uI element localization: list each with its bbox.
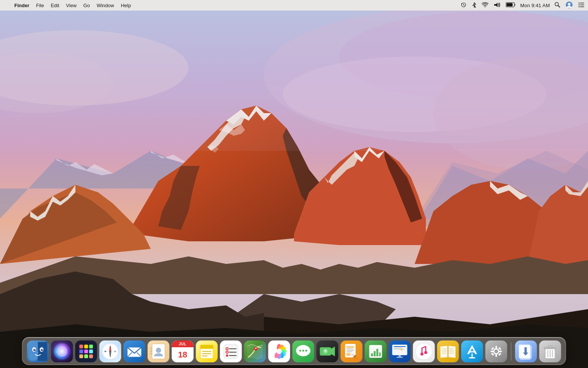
dock-icon-keynote[interactable]	[389, 340, 411, 362]
clock[interactable]: Mon 9:41 AM	[520, 3, 550, 8]
svg-rect-126	[351, 354, 354, 356]
svg-point-64	[37, 352, 38, 353]
help-menu[interactable]: Help	[118, 2, 134, 9]
svg-rect-145	[397, 357, 403, 358]
dock-icon-notes[interactable]	[196, 340, 218, 362]
dock-icon-photos[interactable]	[268, 340, 290, 362]
svg-rect-130	[371, 353, 373, 356]
menubar-right: Mon 9:41 AM	[460, 1, 585, 10]
svg-rect-140	[394, 346, 406, 347]
dock-icon-trash[interactable]	[539, 340, 561, 362]
dock-icon-numbers[interactable]	[365, 340, 387, 362]
svg-point-9	[568, 3, 571, 5]
svg-point-63	[42, 349, 43, 350]
file-menu[interactable]: File	[33, 2, 47, 9]
finder-menu[interactable]: Finder	[11, 2, 32, 9]
svg-rect-142	[394, 349, 404, 350]
dock-icon-siri[interactable]	[51, 340, 73, 362]
user-icon[interactable]	[565, 1, 574, 10]
svg-rect-4	[514, 4, 516, 6]
edit-menu[interactable]: Edit	[48, 2, 62, 9]
svg-rect-80	[151, 348, 152, 349]
dock-icon-safari[interactable]: N S E W	[100, 340, 121, 362]
svg-rect-124	[347, 351, 353, 352]
volume-icon[interactable]	[493, 2, 501, 9]
desktop[interactable]	[0, 0, 588, 368]
dock-icon-downloads[interactable]	[515, 340, 537, 362]
svg-text:W: W	[104, 350, 106, 353]
window-menu[interactable]: Window	[93, 2, 117, 9]
menubar: Finder File Edit View Go Window Help	[0, 0, 588, 11]
svg-point-162	[495, 350, 498, 353]
dock-icon-maps[interactable]	[244, 340, 266, 362]
dock-icon-itunes[interactable]	[413, 340, 435, 362]
svg-text:N: N	[110, 346, 111, 348]
svg-point-62	[41, 349, 43, 351]
svg-rect-144	[399, 355, 401, 357]
dock-container: N S E W	[22, 337, 566, 365]
svg-rect-122	[347, 348, 354, 349]
dock-icon-launchpad[interactable]	[75, 340, 97, 362]
svg-point-118	[325, 350, 327, 352]
dock-separator	[511, 342, 511, 360]
svg-point-147	[421, 353, 424, 356]
view-menu[interactable]: View	[63, 2, 80, 9]
svg-point-113	[302, 350, 304, 352]
time-machine-icon[interactable]	[460, 2, 467, 9]
svg-point-112	[299, 350, 301, 352]
svg-rect-123	[347, 350, 354, 351]
notifications-icon[interactable]	[577, 2, 585, 9]
svg-rect-163	[496, 346, 497, 349]
svg-point-109	[277, 350, 281, 353]
dock-icon-calendar[interactable]: JUL 18	[172, 340, 194, 362]
svg-rect-53	[0, 0, 588, 151]
dock-icon-sysprefs[interactable]	[485, 340, 507, 362]
svg-rect-179	[548, 346, 553, 348]
svg-rect-133	[379, 353, 381, 356]
svg-rect-125	[347, 353, 351, 356]
svg-rect-164	[496, 354, 497, 357]
svg-rect-82	[151, 353, 152, 354]
go-menu[interactable]: Go	[80, 2, 93, 9]
svg-rect-121	[347, 347, 354, 348]
svg-point-148	[424, 351, 427, 354]
dock-icon-pages[interactable]	[341, 340, 363, 362]
menubar-left: Finder File Edit View Go Window Help	[3, 2, 460, 9]
svg-marker-96	[248, 344, 263, 359]
svg-rect-5	[507, 3, 513, 6]
svg-point-71	[110, 351, 111, 352]
dock-icon-messages[interactable]	[292, 340, 314, 362]
svg-rect-166	[499, 351, 502, 352]
dock-icon-contacts[interactable]	[148, 340, 170, 362]
svg-rect-85	[201, 345, 213, 349]
svg-point-83	[156, 348, 161, 353]
dock-icon-ibooks[interactable]	[437, 340, 459, 362]
dock-icon-facetime[interactable]	[317, 340, 338, 362]
svg-marker-116	[331, 347, 335, 356]
dock: N S E W	[22, 337, 566, 365]
dock-icon-appstore[interactable]	[461, 340, 483, 362]
svg-rect-165	[491, 351, 494, 352]
svg-point-146	[416, 343, 432, 360]
wifi-icon[interactable]	[481, 2, 489, 9]
svg-point-94	[226, 354, 228, 357]
dock-icon-reminders[interactable]	[220, 340, 242, 362]
svg-rect-132	[377, 349, 378, 356]
svg-line-7	[558, 6, 560, 8]
bluetooth-icon[interactable]	[471, 2, 477, 9]
svg-point-59	[34, 349, 36, 351]
svg-point-114	[305, 350, 307, 352]
svg-rect-81	[151, 350, 152, 352]
dock-icon-finder[interactable]	[27, 340, 49, 362]
svg-rect-141	[394, 348, 403, 348]
search-icon[interactable]	[554, 2, 561, 9]
svg-marker-2	[494, 3, 498, 7]
battery-icon[interactable]	[505, 2, 516, 8]
dock-icon-mail[interactable]	[124, 340, 145, 362]
svg-point-60	[34, 349, 35, 350]
